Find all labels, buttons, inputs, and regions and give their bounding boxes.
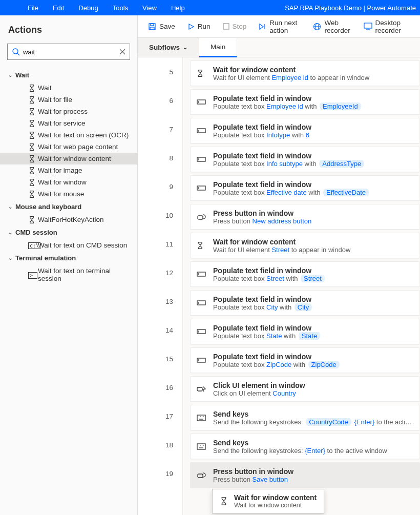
step-icon — [197, 69, 207, 77]
action-item[interactable]: Wait — [0, 82, 137, 94]
tree-group[interactable]: ⌄Terminal emulation — [0, 251, 137, 265]
step-description: Populate text box ZipCode with ZipCode — [213, 361, 413, 368]
step-icon — [197, 471, 207, 479]
flow-step[interactable]: Populate text field in windowPopulate te… — [190, 261, 420, 287]
stop-label: Stop — [233, 23, 247, 30]
flow-step[interactable]: Send keysSend the following keystrokes: … — [190, 434, 420, 459]
drag-tooltip: Wait for window content Wait for window … — [212, 489, 324, 513]
step-title: Populate text field in window — [213, 324, 413, 332]
flow-step[interactable]: Wait for window contentWait for UI eleme… — [190, 233, 420, 258]
hourglass-icon — [28, 96, 36, 104]
hourglass-icon — [28, 178, 36, 187]
flow-step[interactable]: Press button in windowPress button Save … — [190, 462, 420, 488]
action-item[interactable]: WaitForHotKeyAction — [0, 214, 137, 225]
menu-file[interactable]: File — [20, 1, 46, 15]
action-item[interactable]: Wait for process — [0, 106, 137, 117]
chevron-down-icon: ⌄ — [183, 44, 187, 51]
action-item[interactable]: >_Wait for text on terminal session — [0, 265, 137, 284]
action-item[interactable]: Wait for web page content — [0, 141, 137, 153]
flow-step[interactable]: Click UI element in windowClick on UI el… — [190, 376, 420, 402]
flow-step[interactable]: Populate text field in windowPopulate te… — [190, 147, 420, 172]
flow-step[interactable]: Wait for window contentWait for UI eleme… — [190, 60, 420, 86]
hourglass-icon — [28, 216, 36, 224]
action-item[interactable]: Wait for service — [0, 117, 137, 129]
main-tab[interactable]: Main — [199, 38, 237, 57]
step-title: Populate text field in window — [213, 295, 413, 303]
svg-point-0 — [13, 49, 18, 54]
flow-step[interactable]: Populate text field in windowPopulate te… — [190, 118, 420, 143]
stop-button[interactable]: Stop — [218, 19, 252, 33]
flow-step[interactable]: Populate text field in windowPopulate te… — [190, 290, 420, 316]
action-item[interactable]: Wait for window — [0, 176, 137, 188]
step-icon — [197, 415, 207, 421]
step-description: Populate text box State with State — [213, 332, 413, 340]
hourglass-icon — [28, 131, 36, 139]
action-item[interactable]: c:\Wait for text on CMD session — [0, 239, 137, 251]
step-title: Populate text field in window — [213, 266, 413, 275]
run-next-button[interactable]: Run next action — [254, 16, 306, 37]
hourglass-icon — [28, 155, 36, 163]
desktop-recorder-label: Desktop recorder — [375, 19, 410, 34]
search-icon — [12, 48, 20, 56]
flow-step[interactable]: Press button in windowPress button New a… — [190, 204, 420, 230]
svg-rect-47 — [198, 474, 203, 478]
svg-rect-6 — [150, 27, 154, 30]
line-number: 18 — [138, 430, 182, 459]
flow-step[interactable]: Populate text field in windowPopulate te… — [190, 347, 420, 373]
action-item[interactable]: Wait for file — [0, 94, 137, 106]
steps-list: Wait for window contentWait for UI eleme… — [183, 57, 420, 515]
save-button[interactable]: Save — [143, 19, 180, 34]
svg-rect-14 — [364, 23, 372, 28]
menu-tools[interactable]: Tools — [106, 1, 135, 15]
actions-search[interactable] — [7, 44, 130, 60]
line-number: 11 — [138, 230, 182, 258]
tree-group[interactable]: ⌄CMD session — [0, 225, 137, 239]
line-number: 13 — [138, 287, 182, 316]
app-title: SAP RPA Playbook Demo | Power Automate — [285, 4, 420, 12]
subflows-tab[interactable]: Subflows ⌄ — [138, 38, 199, 57]
tree-group[interactable]: ⌄Wait — [0, 68, 137, 82]
tooltip-title: Wait for window content — [234, 493, 317, 502]
tree-group[interactable]: ⌄Mouse and keyboard — [0, 200, 137, 214]
step-description: Wait for UI element Employee id to appea… — [213, 74, 413, 81]
step-icon — [197, 271, 207, 278]
flow-step[interactable]: Populate text field in windowPopulate te… — [190, 319, 420, 344]
web-recorder-button[interactable]: Web recorder — [308, 16, 356, 37]
subflows-label: Subflows — [149, 44, 180, 51]
cmd-icon: c:\ — [28, 242, 40, 249]
line-number-gutter: 5678910111213141516171819 — [138, 57, 183, 515]
menu-debug[interactable]: Debug — [71, 1, 105, 15]
chevron-down-icon: ⌄ — [8, 255, 15, 261]
hourglass-icon — [28, 119, 36, 128]
clear-search-icon[interactable] — [119, 49, 125, 55]
step-description: Click on UI element Country — [213, 389, 413, 397]
menu-help[interactable]: Help — [164, 1, 192, 15]
action-item[interactable]: Wait for image — [0, 164, 137, 176]
action-item[interactable]: Wait for mouse — [0, 188, 137, 200]
line-number: 6 — [138, 86, 182, 115]
step-description: Press button New address button — [213, 217, 413, 225]
flow-designer: 5678910111213141516171819 Wait for windo… — [138, 57, 420, 515]
menu-edit[interactable]: Edit — [46, 1, 71, 15]
action-item[interactable]: Wait for text on screen (OCR) — [0, 129, 137, 141]
action-item[interactable]: Wait for window content — [0, 153, 137, 164]
line-number: 5 — [138, 57, 182, 86]
flow-step[interactable]: Send keysSend the following keystrokes: … — [190, 405, 420, 430]
search-input[interactable] — [23, 48, 119, 56]
line-number: 9 — [138, 172, 182, 201]
hourglass-icon — [28, 143, 36, 151]
step-icon — [197, 241, 207, 250]
desktop-recorder-button[interactable]: Desktop recorder — [359, 16, 415, 37]
flow-step[interactable]: Populate text field in windowPopulate te… — [190, 89, 420, 115]
step-icon — [197, 357, 207, 364]
action-label: Wait for text on screen (OCR) — [27, 131, 129, 139]
svg-rect-41 — [197, 444, 205, 449]
run-button[interactable]: Run — [182, 19, 216, 33]
flow-step[interactable]: Populate text field in windowPopulate te… — [190, 175, 420, 201]
step-title: Send keys — [213, 439, 413, 447]
menu-view[interactable]: View — [135, 1, 164, 15]
step-icon — [259, 23, 266, 30]
run-next-label: Run next action — [269, 19, 301, 34]
step-description: Populate text box Info subtype with Addr… — [213, 160, 413, 168]
step-icon — [197, 385, 207, 393]
